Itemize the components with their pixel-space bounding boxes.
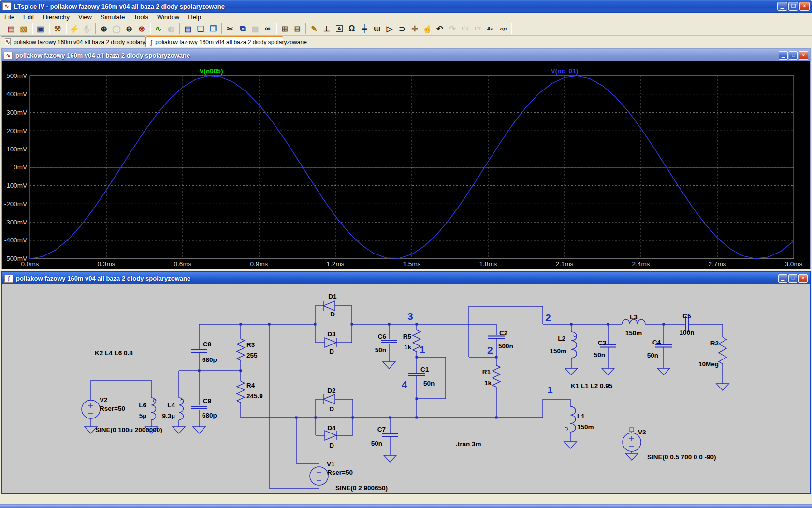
schematic-label[interactable]: C7	[377, 426, 386, 433]
schematic-label[interactable]: 1k	[484, 379, 492, 387]
schematic-label[interactable]: 245.9	[246, 392, 263, 400]
place-component-icon[interactable]: ⊃	[396, 23, 408, 34]
minimize-button[interactable]: ▁	[778, 274, 787, 283]
inductor-symbol[interactable]	[151, 398, 156, 420]
place-ground-icon[interactable]: ⊥	[320, 23, 333, 34]
ground-symbol[interactable]	[173, 427, 185, 433]
schematic-label[interactable]: Rser=50	[100, 405, 125, 412]
node-label[interactable]: 1	[547, 384, 553, 395]
schematic-label[interactable]: 1k	[404, 344, 412, 351]
inductor-symbol[interactable]	[570, 406, 576, 432]
ground-symbol[interactable]	[383, 362, 395, 369]
diode-symbol[interactable]	[323, 301, 335, 311]
schematic-label[interactable]: V2	[100, 396, 108, 403]
close-button[interactable]: ×	[799, 2, 810, 11]
schematic-label[interactable]: SINE(0 2 900650)	[335, 484, 388, 492]
menu-simulate[interactable]: Simulate	[96, 13, 130, 21]
schematic-canvas[interactable]: K2 L4 L6 0.8V2Rser=50SINE(0 100u 2000000…	[2, 284, 810, 493]
schematic-label[interactable]: C1	[420, 366, 429, 373]
schematic-label[interactable]: R2	[710, 340, 719, 347]
cut-icon[interactable]: ✂	[224, 23, 236, 34]
node-label[interactable]: 1	[420, 344, 425, 355]
schematic-label[interactable]: D3	[327, 330, 336, 338]
node-label[interactable]: 2	[545, 312, 551, 323]
schematic-label[interactable]: L6	[139, 402, 146, 409]
menu-file[interactable]: File	[0, 13, 19, 21]
resistor-symbol[interactable]	[237, 339, 245, 360]
legend-V(nc_01)[interactable]: V(nc_01)	[551, 67, 578, 75]
text-icon[interactable]: Aa	[484, 23, 496, 34]
place-net-label-icon[interactable]: A	[333, 23, 346, 34]
undo-icon[interactable]: ↶	[434, 23, 446, 34]
control-panel-icon[interactable]: ⚒	[51, 23, 64, 34]
place-capacitor-icon[interactable]: ╪	[358, 23, 371, 34]
print-preview-icon[interactable]: ⊞	[278, 23, 291, 34]
schematic-label[interactable]: 50n	[647, 352, 658, 359]
ground-symbol[interactable]	[657, 368, 670, 375]
schematic-label[interactable]: V3	[638, 429, 646, 436]
schematic-label[interactable]: 50n	[375, 346, 386, 354]
ground-symbol[interactable]	[564, 442, 577, 448]
schematic-label[interactable]: K1 L1 L2 0.95	[571, 382, 613, 389]
schematic-label[interactable]: 9.3µ	[162, 412, 175, 419]
inductor-symbol[interactable]	[179, 398, 184, 420]
copy-icon[interactable]: ⧉	[236, 23, 249, 34]
menu-edit[interactable]: Edit	[19, 13, 38, 21]
schematic-label[interactable]: V1	[327, 461, 335, 468]
schematic-label[interactable]: R3	[246, 341, 255, 348]
resistor-symbol[interactable]	[493, 365, 500, 387]
move-icon[interactable]: ✛	[408, 23, 421, 34]
schematic-label[interactable]: 500n	[498, 343, 513, 350]
menu-tools[interactable]: Tools	[130, 13, 153, 21]
schematic-label[interactable]: 255	[246, 352, 258, 359]
schematic-label[interactable]: .tran 3m	[456, 440, 481, 448]
zoom-in-icon[interactable]: ⊕	[98, 23, 110, 34]
schematic-label[interactable]: D	[329, 442, 334, 449]
schematic-label[interactable]: L4	[167, 402, 175, 409]
schematic-label[interactable]: 10Meg	[698, 360, 719, 368]
menu-hierarchy[interactable]: Hierarchy	[38, 13, 74, 21]
autorange-waveform-icon[interactable]: ∿	[152, 23, 165, 34]
ground-symbol[interactable]	[384, 455, 396, 462]
legend-V(n005)[interactable]: V(n005)	[200, 67, 223, 75]
node-label[interactable]: 3	[407, 311, 413, 322]
ground-symbol[interactable]	[193, 427, 205, 433]
schematic-label[interactable]: 100n	[680, 329, 695, 336]
open-file-icon[interactable]: ▧	[17, 23, 30, 34]
voltage-source-symbol[interactable]	[310, 467, 328, 485]
schematic-label[interactable]: R5	[403, 333, 412, 340]
tab-schematic[interactable]: ∫ poliakow fazowy 160m v04 all baza 2 di…	[146, 36, 283, 47]
resistor-symbol[interactable]	[719, 337, 726, 364]
schematic-label[interactable]: L1	[577, 413, 585, 420]
schematic-label[interactable]: R1	[482, 368, 491, 375]
zoom-out-icon[interactable]: ⊖	[123, 23, 135, 34]
save-icon[interactable]: ▣	[34, 23, 47, 34]
schematic-label[interactable]: R4	[246, 382, 255, 389]
schematic-label[interactable]: C6	[378, 333, 387, 340]
ground-symbol[interactable]	[565, 368, 578, 375]
node-label[interactable]: 4	[402, 379, 407, 390]
schematic-label[interactable]: 150m	[550, 347, 566, 355]
new-schematic-icon[interactable]: ▤	[5, 23, 17, 34]
schematic-label[interactable]: 50n	[371, 440, 382, 447]
schematic-label[interactable]: 50n	[594, 351, 605, 359]
schematic-label[interactable]: C4	[652, 339, 661, 346]
zoom-full-extents-icon[interactable]: ⊗	[135, 23, 148, 34]
place-resistor-icon[interactable]: Ω	[346, 23, 358, 34]
node-label[interactable]: 2	[487, 344, 493, 356]
place-inductor-icon[interactable]: ɯ	[371, 23, 383, 34]
cascade-windows-icon[interactable]: ❐	[207, 23, 219, 34]
maximize-button[interactable]: □	[788, 274, 798, 283]
menu-help[interactable]: Help	[184, 13, 205, 21]
menu-view[interactable]: View	[74, 13, 96, 21]
schematic-label[interactable]: D	[329, 405, 334, 413]
ground-symbol[interactable]	[602, 368, 614, 375]
menu-window[interactable]: Window	[153, 13, 184, 21]
schematic-label[interactable]: D2	[327, 387, 335, 394]
tile-vertically-icon[interactable]: ❏	[194, 23, 207, 34]
schematic-label[interactable]: 5µ	[139, 412, 146, 419]
minimize-button[interactable]: ▁	[777, 2, 787, 11]
schematic-label[interactable]: 680p	[202, 356, 217, 363]
diode-symbol[interactable]	[323, 394, 335, 404]
ground-symbol[interactable]	[716, 384, 729, 390]
